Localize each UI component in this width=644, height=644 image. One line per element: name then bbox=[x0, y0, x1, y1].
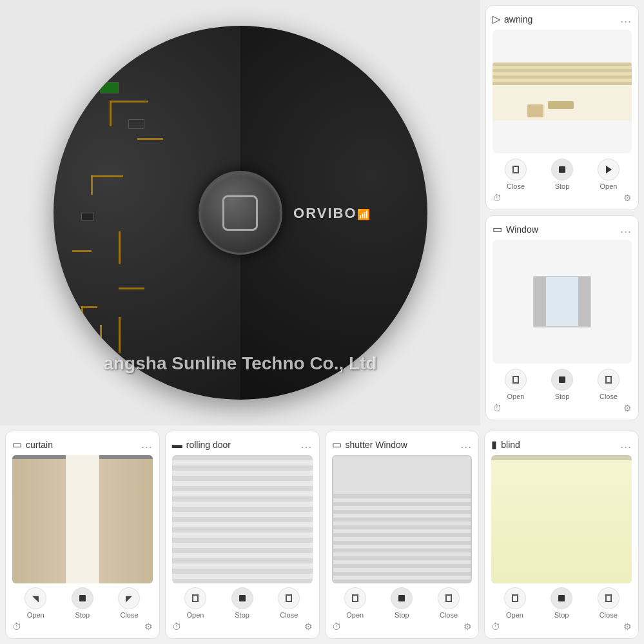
rolling-door-icon: ▬ bbox=[172, 439, 182, 451]
rolling-door-stop-button[interactable] bbox=[231, 587, 253, 609]
curtain-close-button[interactable]: ◤ bbox=[118, 587, 140, 609]
awning-more-button[interactable]: ... bbox=[620, 12, 632, 26]
curtain-stop-control[interactable]: Stop bbox=[72, 587, 93, 619]
shutter-stop-control[interactable]: Stop bbox=[391, 587, 413, 619]
window-more-button[interactable]: ... bbox=[620, 222, 632, 236]
window-title-area: ▭ Window bbox=[493, 223, 538, 235]
rolling-door-close-button[interactable] bbox=[278, 587, 300, 609]
shutter-close-control[interactable]: Close bbox=[438, 587, 460, 619]
blind-settings-icon[interactable]: ⚙ bbox=[623, 621, 632, 632]
shutter-open-control[interactable]: Open bbox=[344, 587, 366, 619]
awning-open-button[interactable] bbox=[598, 159, 620, 181]
blind-close-icon bbox=[605, 594, 612, 602]
rolling-door-controls: Open Stop Close bbox=[172, 587, 313, 619]
curtain-clock-icon[interactable]: ⏱ bbox=[12, 621, 21, 632]
blind-close-control[interactable]: Close bbox=[598, 587, 620, 619]
rolling-door-close-control[interactable]: Close bbox=[278, 587, 300, 619]
curtain-open-button[interactable]: ◥ bbox=[24, 587, 46, 609]
curtain-controls: ◥ Open Stop ◤ Close bbox=[12, 587, 153, 619]
shutter-clock-icon[interactable]: ⏱ bbox=[332, 621, 341, 632]
curtain-close-label: Close bbox=[120, 611, 138, 619]
shutter-window-title: shutter Window bbox=[346, 440, 407, 450]
window-title: Window bbox=[506, 224, 538, 235]
shutter-window-more-button[interactable]: ... bbox=[460, 438, 472, 451]
awning-close-button[interactable] bbox=[505, 159, 527, 181]
rolling-door-card-footer: ⏱ ⚙ bbox=[172, 621, 313, 632]
blind-controls: Open Stop Close bbox=[491, 587, 632, 619]
rolling-door-open-control[interactable]: Open bbox=[184, 587, 206, 619]
rolling-open-icon bbox=[192, 594, 199, 602]
right-panel: ▷ awning ... bbox=[480, 0, 644, 425]
blind-open-button[interactable] bbox=[504, 587, 526, 609]
awning-settings-icon[interactable]: ⚙ bbox=[623, 193, 632, 203]
window-open-icon bbox=[512, 376, 519, 384]
shutter-stop-button[interactable] bbox=[391, 587, 413, 609]
blind-open-control[interactable]: Open bbox=[504, 587, 526, 619]
awning-stop-label: Stop bbox=[555, 182, 570, 190]
rolling-door-title-area: ▬ rolling door bbox=[172, 439, 231, 451]
awning-title: awning bbox=[504, 14, 532, 24]
window-icon: ▭ bbox=[493, 223, 502, 235]
blind-close-label: Close bbox=[600, 611, 618, 619]
awning-open-label: Open bbox=[600, 182, 618, 190]
awning-clock-icon[interactable]: ⏱ bbox=[493, 193, 502, 203]
curtain-card: ▭ curtain ... bbox=[5, 431, 160, 639]
curtain-open-control[interactable]: ◥ Open bbox=[24, 587, 46, 619]
shutter-window-controls: Open Stop Close bbox=[332, 587, 473, 619]
awning-image bbox=[493, 30, 632, 153]
curtain-open-icon: ◥ bbox=[32, 594, 39, 603]
close-doc-icon bbox=[512, 166, 519, 173]
curtain-close-icon: ◤ bbox=[126, 594, 132, 603]
curtain-close-control[interactable]: ◤ Close bbox=[118, 587, 140, 619]
blind-open-icon bbox=[512, 594, 518, 602]
blind-close-button[interactable] bbox=[598, 587, 620, 609]
blind-title-area: ▮ blind bbox=[491, 438, 520, 451]
rolling-door-open-button[interactable] bbox=[184, 587, 206, 609]
awning-icon: ▷ bbox=[493, 13, 500, 25]
shutter-open-button[interactable] bbox=[344, 587, 366, 609]
rolling-door-title: rolling door bbox=[186, 440, 231, 450]
main-container: ORVIBO📶 angsha Sunline Techno Co., Ltd ▷… bbox=[0, 0, 644, 644]
shutter-settings-icon[interactable]: ⚙ bbox=[463, 621, 472, 632]
center-button[interactable] bbox=[199, 171, 282, 255]
awning-stop-button[interactable] bbox=[551, 159, 573, 181]
shutter-close-button[interactable] bbox=[438, 587, 460, 609]
rolling-door-clock-icon[interactable]: ⏱ bbox=[172, 621, 181, 632]
window-open-button[interactable] bbox=[505, 369, 527, 391]
curtain-settings-icon[interactable]: ⚙ bbox=[144, 621, 153, 632]
window-settings-icon[interactable]: ⚙ bbox=[623, 403, 632, 413]
window-open-control[interactable]: Open bbox=[505, 369, 527, 400]
window-stop-button[interactable] bbox=[551, 369, 573, 391]
window-stop-control[interactable]: Stop bbox=[551, 369, 573, 400]
awning-stop-control[interactable]: Stop bbox=[551, 159, 573, 190]
rolling-door-settings-icon[interactable]: ⚙ bbox=[304, 621, 313, 632]
blind-stop-control[interactable]: Stop bbox=[551, 587, 572, 619]
rolling-door-visual bbox=[172, 455, 313, 583]
window-card: ▭ Window ... Open bbox=[485, 215, 639, 420]
window-card-header: ▭ Window ... bbox=[493, 222, 632, 236]
shutter-window-title-area: ▭ shutter Window bbox=[332, 438, 407, 451]
curtain-card-header: ▭ curtain ... bbox=[12, 438, 153, 451]
rolling-door-stop-control[interactable]: Stop bbox=[231, 587, 253, 619]
awning-close-control[interactable]: Close bbox=[505, 159, 527, 190]
window-clock-icon[interactable]: ⏱ bbox=[493, 403, 502, 413]
watermark: angsha Sunline Techno Co., Ltd bbox=[103, 353, 376, 374]
top-section: ORVIBO📶 angsha Sunline Techno Co., Ltd ▷… bbox=[0, 0, 644, 425]
awning-title-area: ▷ awning bbox=[493, 13, 532, 25]
shutter-slats bbox=[333, 494, 471, 583]
window-close-control[interactable]: Close bbox=[598, 369, 620, 400]
curtain-stop-button[interactable] bbox=[72, 587, 93, 609]
awning-card-footer: ⏱ ⚙ bbox=[493, 193, 632, 203]
blind-more-button[interactable]: ... bbox=[620, 438, 632, 451]
blind-stop-label: Stop bbox=[554, 611, 569, 619]
rolling-door-more-button[interactable]: ... bbox=[300, 438, 312, 451]
blind-top-bar bbox=[491, 455, 632, 460]
awning-open-control[interactable]: Open bbox=[598, 159, 620, 190]
curtain-card-footer: ⏱ ⚙ bbox=[12, 621, 153, 632]
window-close-button[interactable] bbox=[598, 369, 620, 391]
curtain-more-button[interactable]: ... bbox=[141, 438, 153, 451]
blind-stop-button[interactable] bbox=[551, 587, 572, 609]
window-close-label: Close bbox=[600, 393, 618, 400]
window-controls: Open Stop Close bbox=[493, 369, 632, 400]
blind-clock-icon[interactable]: ⏱ bbox=[491, 621, 500, 632]
